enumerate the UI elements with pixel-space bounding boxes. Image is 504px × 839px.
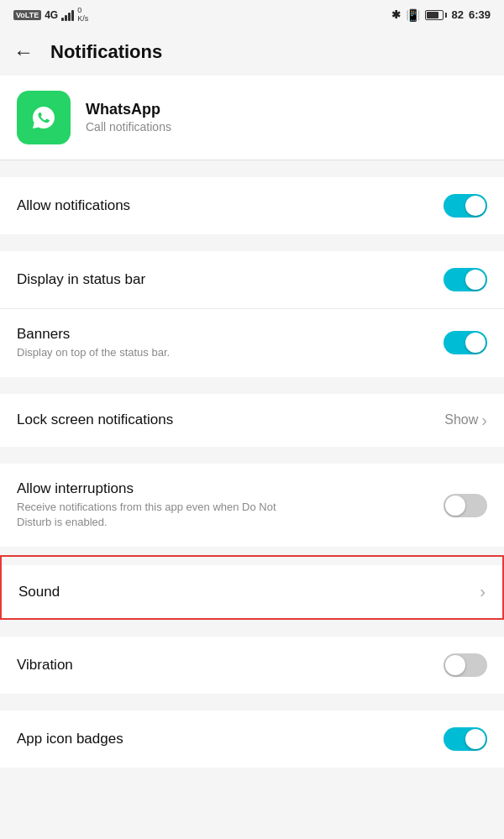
sound-section: Sound › <box>2 565 502 618</box>
whatsapp-logo <box>26 100 61 135</box>
allow-interruptions-label: Allow interruptions <box>17 480 302 497</box>
section-gap-6 <box>0 620 504 628</box>
bluetooth-icon: ✱ <box>391 8 401 21</box>
allow-interruptions-sublabel: Receive notifications from this app even… <box>17 500 302 530</box>
sound-chevron-icon: › <box>480 582 486 601</box>
back-button[interactable]: ← <box>13 40 34 64</box>
time: 6:39 <box>469 8 491 21</box>
allow-interruptions-toggle[interactable] <box>444 494 487 517</box>
app-info-text: WhatsApp Call notifications <box>86 101 171 134</box>
allow-interruptions-section: Allow interruptions Receive notification… <box>0 464 504 547</box>
status-bar: VoLTE 4G 0 K/s ✱ 📳 82 6:39 <box>0 0 504 29</box>
allow-notifications-toggle[interactable] <box>444 194 487 218</box>
display-status-bar-row[interactable]: Display in status bar <box>0 251 504 309</box>
status-right: ✱ 📳 82 6:39 <box>391 8 491 22</box>
vibration-section: Vibration <box>0 637 504 694</box>
app-icon-badges-label: App icon badges <box>17 731 123 747</box>
section-gap-3 <box>0 377 504 385</box>
display-banners-section: Display in status bar Banners Display on… <box>0 251 504 377</box>
header: ← Notifications <box>0 29 504 76</box>
battery-icon <box>425 10 447 20</box>
volte-badge: VoLTE <box>13 10 41 20</box>
banners-label-group: Banners Display on top of the status bar… <box>17 326 170 360</box>
sound-row-wrapper: Sound › <box>0 555 504 620</box>
vibration-label-group: Vibration <box>17 657 73 674</box>
app-icon-badges-toggle[interactable] <box>444 727 487 751</box>
signal-bars <box>61 9 74 21</box>
display-status-bar-label-group: Display in status bar <box>17 271 145 288</box>
sound-label: Sound <box>18 584 60 600</box>
allow-notifications-section: Allow notifications <box>0 177 504 234</box>
vibration-toggle[interactable] <box>444 653 487 677</box>
vibrate-icon: 📳 <box>406 8 420 22</box>
vibration-row[interactable]: Vibration <box>0 637 504 694</box>
banners-label: Banners <box>17 326 170 343</box>
signal-4g: 4G <box>45 9 58 21</box>
allow-notifications-row[interactable]: Allow notifications <box>0 177 504 234</box>
allow-notifications-label: Allow notifications <box>17 197 130 214</box>
banners-toggle[interactable] <box>444 331 487 354</box>
section-gap-4 <box>0 447 504 455</box>
app-icon-badges-section: App icon badges <box>0 711 504 768</box>
display-status-bar-label: Display in status bar <box>17 271 145 288</box>
app-subtitle: Call notifications <box>86 120 171 134</box>
app-icon-badges-label-group: App icon badges <box>17 731 123 747</box>
section-gap-2 <box>0 234 504 243</box>
vibration-label: Vibration <box>17 657 73 674</box>
data-speed: 0 K/s <box>77 7 88 24</box>
lock-screen-label-group: Lock screen notifications <box>17 412 173 428</box>
app-name: WhatsApp <box>86 101 171 118</box>
lock-screen-row[interactable]: Lock screen notifications Show › <box>0 394 504 447</box>
lock-screen-chevron-icon: › <box>481 411 487 430</box>
status-left: VoLTE 4G 0 K/s <box>13 7 88 24</box>
allow-interruptions-label-group: Allow interruptions Receive notification… <box>17 480 302 530</box>
sound-row[interactable]: Sound › <box>2 565 502 618</box>
page-title: Notifications <box>50 41 162 63</box>
sound-label-group: Sound <box>18 584 60 600</box>
lock-screen-section: Lock screen notifications Show › <box>0 394 504 447</box>
section-gap-1 <box>0 160 504 169</box>
allow-interruptions-row[interactable]: Allow interruptions Receive notification… <box>0 464 504 547</box>
banners-row[interactable]: Banners Display on top of the status bar… <box>0 309 504 377</box>
section-gap-5 <box>0 547 504 555</box>
allow-notifications-label-group: Allow notifications <box>17 197 130 214</box>
app-info-section: WhatsApp Call notifications <box>0 76 504 160</box>
battery-percent: 82 <box>452 8 464 21</box>
app-icon-badges-row[interactable]: App icon badges <box>0 711 504 768</box>
display-status-bar-toggle[interactable] <box>444 268 487 291</box>
lock-screen-label: Lock screen notifications <box>17 412 173 428</box>
lock-screen-value: Show › <box>444 411 487 430</box>
app-icon <box>17 91 71 144</box>
section-gap-7 <box>0 694 504 702</box>
banners-sublabel: Display on top of the status bar. <box>17 345 170 360</box>
